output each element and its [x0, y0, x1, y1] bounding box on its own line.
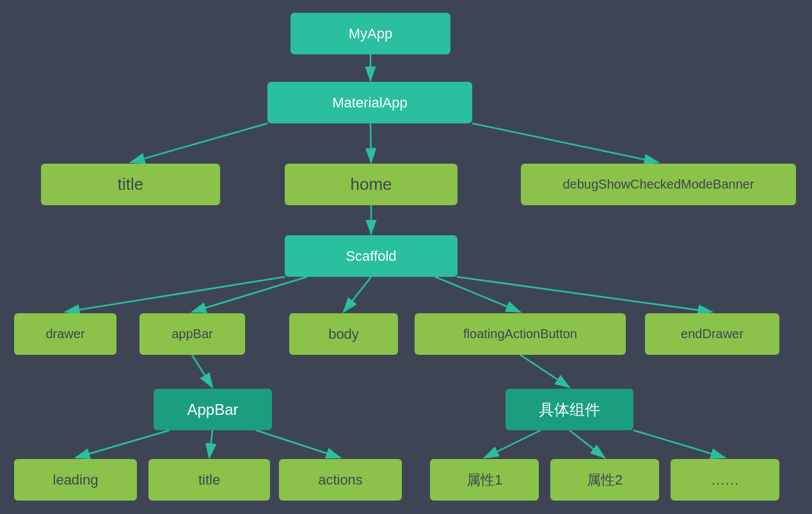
node-actions-label: actions [318, 472, 363, 488]
node-attr2-label: 属性2 [587, 471, 623, 490]
svg-line-16 [484, 430, 541, 458]
node-appbar-prop: appBar [139, 313, 245, 355]
node-home-label: home [350, 175, 392, 194]
node-enddrawer: endDrawer [645, 313, 779, 355]
node-title-app-label: title [198, 472, 220, 488]
node-enddrawer-label: endDrawer [681, 327, 744, 341]
svg-line-8 [344, 277, 371, 312]
node-ellipsis: …… [671, 459, 779, 501]
node-title-mat-label: title [118, 175, 143, 194]
node-materialapp-label: MaterialApp [332, 95, 407, 111]
node-drawer-label: drawer [45, 327, 84, 341]
node-juti-label: 具体组件 [539, 400, 600, 420]
node-myapp-label: MyApp [349, 26, 392, 42]
node-attr1-label: 属性1 [466, 471, 502, 490]
node-leading-label: leading [53, 472, 99, 488]
svg-line-13 [76, 430, 170, 458]
svg-line-18 [633, 430, 725, 458]
svg-line-12 [520, 355, 569, 387]
node-scaffold: Scaffold [285, 235, 458, 277]
node-appbar-label: AppBar [187, 401, 238, 419]
node-attr1: 属性1 [430, 459, 539, 501]
node-myapp: MyApp [291, 13, 450, 54]
svg-line-3 [370, 123, 371, 162]
svg-line-2 [131, 123, 267, 162]
svg-line-11 [192, 355, 212, 387]
node-appbar-prop-label: appBar [171, 327, 213, 341]
node-leading: leading [14, 459, 137, 501]
node-body-label: body [328, 326, 359, 343]
node-ellipsis-label: …… [711, 472, 739, 488]
node-attr2: 属性2 [550, 459, 659, 501]
node-scaffold-label: Scaffold [346, 248, 396, 265]
svg-line-15 [256, 430, 340, 458]
node-actions: actions [279, 459, 402, 501]
node-juti: 具体组件 [506, 389, 633, 430]
node-materialapp: MaterialApp [267, 82, 472, 123]
node-debug: debugShowCheckedModeBanner [521, 164, 796, 205]
node-fab-label: floatingActionButton [463, 327, 577, 341]
node-debug-label: debugShowCheckedModeBanner [562, 177, 754, 192]
node-fab: floatingActionButton [415, 313, 626, 355]
node-appbar: AppBar [154, 389, 272, 430]
svg-line-10 [457, 277, 712, 312]
node-body: body [289, 313, 398, 355]
svg-line-4 [472, 123, 658, 162]
svg-line-9 [435, 277, 520, 312]
node-title-mat: title [41, 164, 220, 205]
node-title-app: title [148, 459, 270, 501]
svg-line-6 [65, 277, 285, 312]
node-drawer: drawer [14, 313, 116, 355]
node-home: home [285, 164, 458, 205]
svg-line-14 [209, 430, 212, 458]
svg-line-17 [569, 430, 605, 458]
diagram: MyApp MaterialApp title home debugShowCh… [0, 0, 812, 514]
svg-line-7 [192, 277, 307, 312]
